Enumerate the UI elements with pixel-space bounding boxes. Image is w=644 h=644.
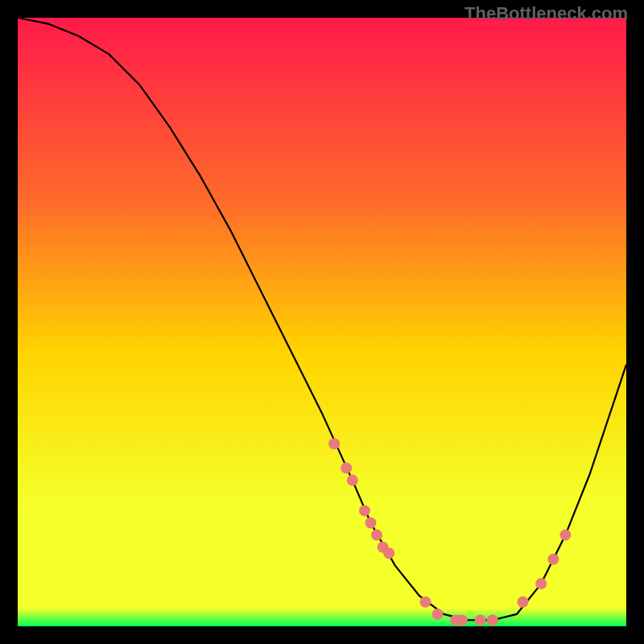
curve-marker xyxy=(547,554,559,565)
curve-marker xyxy=(475,614,486,625)
plot-area xyxy=(18,18,626,626)
gradient-background xyxy=(18,18,626,626)
curve-marker xyxy=(432,609,444,620)
curve-marker xyxy=(347,475,358,486)
curve-marker xyxy=(487,614,498,625)
curve-marker xyxy=(559,530,571,541)
curve-marker xyxy=(420,597,431,608)
curve-marker xyxy=(359,505,370,516)
curve-marker xyxy=(341,462,352,473)
curve-marker xyxy=(365,518,377,529)
curve-marker xyxy=(518,597,529,608)
chart-frame: TheBottleneck.com xyxy=(0,0,644,644)
curve-marker xyxy=(535,578,547,589)
curve-marker xyxy=(328,438,340,449)
curve-marker xyxy=(371,530,382,541)
curve-marker xyxy=(456,614,468,625)
curve-marker xyxy=(383,547,394,559)
bottleneck-chart xyxy=(18,18,626,626)
